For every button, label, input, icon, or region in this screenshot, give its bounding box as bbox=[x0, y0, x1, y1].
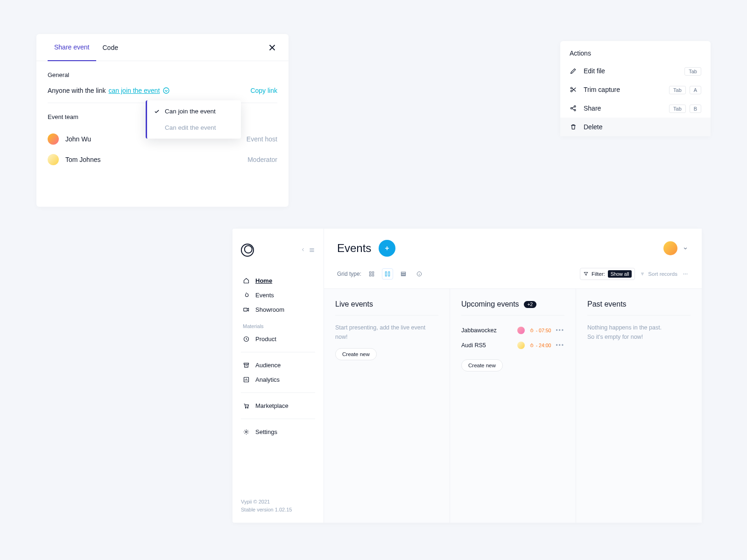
sort-records-button[interactable]: Sort records bbox=[640, 271, 677, 277]
team-member-role: Event host bbox=[247, 135, 277, 143]
svg-point-25 bbox=[687, 273, 688, 274]
column-empty-text: Nothing happens in the past. So it's emp… bbox=[587, 323, 691, 342]
nav-events[interactable]: Events bbox=[241, 288, 315, 302]
page-title: Events bbox=[337, 242, 371, 255]
kbd-tab: Tab bbox=[669, 86, 686, 94]
nav-analytics[interactable]: Analytics bbox=[241, 372, 315, 387]
user-menu[interactable] bbox=[663, 241, 689, 255]
avatar bbox=[48, 154, 59, 165]
svg-rect-6 bbox=[244, 308, 247, 311]
trash-icon bbox=[570, 123, 577, 131]
actions-menu-title: Actions bbox=[560, 41, 711, 62]
main-content: Events Grid type: bbox=[324, 229, 702, 523]
copy-link-button[interactable]: Copy link bbox=[250, 87, 277, 94]
nav-label: Events bbox=[255, 292, 274, 299]
column-title: Live events bbox=[335, 300, 438, 308]
nav-settings[interactable]: Settings bbox=[241, 425, 315, 439]
filter-control[interactable]: Filter: Show all bbox=[580, 268, 635, 280]
create-new-button[interactable]: Create new bbox=[461, 359, 503, 371]
nav-marketplace[interactable]: Marketplace bbox=[241, 399, 315, 413]
more-icon[interactable] bbox=[682, 271, 689, 277]
actions-menu: Actions Edit file Tab Trim capture Tab A… bbox=[560, 41, 711, 136]
nav-label: Marketplace bbox=[255, 402, 289, 409]
nav-label: Home bbox=[255, 277, 272, 284]
create-new-button[interactable]: Create new bbox=[335, 348, 377, 360]
action-delete[interactable]: Delete bbox=[560, 118, 711, 136]
nav-label: Analytics bbox=[255, 376, 280, 383]
access-dropdown-menu: Can join the event Can edit the event bbox=[146, 100, 241, 139]
chevron-down-icon bbox=[682, 245, 689, 252]
svg-point-0 bbox=[163, 88, 169, 93]
svg-rect-17 bbox=[385, 272, 387, 276]
svg-point-24 bbox=[685, 273, 686, 274]
nav-section-materials: Materials bbox=[243, 323, 313, 329]
sidebar: Home Events Showroom Materials Product A… bbox=[233, 229, 324, 523]
view-info-button[interactable] bbox=[414, 268, 425, 280]
events-columns: Live events Start presenting, add the li… bbox=[324, 288, 702, 523]
filter-value: Show all bbox=[608, 270, 632, 278]
view-list-button[interactable] bbox=[398, 268, 409, 280]
home-icon bbox=[243, 277, 250, 284]
dropdown-option-join-label: Can join the event bbox=[165, 108, 216, 115]
column-empty-text: Start presenting, add the live event now… bbox=[335, 323, 438, 342]
svg-rect-18 bbox=[388, 272, 390, 276]
avatar bbox=[663, 241, 677, 255]
add-event-button[interactable] bbox=[379, 240, 395, 257]
action-trim-capture[interactable]: Trim capture Tab A bbox=[560, 80, 711, 99]
more-icon[interactable]: ••• bbox=[556, 342, 564, 349]
share-tabs: Share event Code bbox=[36, 34, 289, 61]
nav-showroom[interactable]: Showroom bbox=[241, 302, 315, 317]
svg-rect-20 bbox=[401, 273, 405, 274]
sort-label: Sort records bbox=[648, 271, 677, 277]
filter-icon bbox=[583, 271, 589, 277]
kbd-tab: Tab bbox=[669, 105, 686, 113]
nav-label: Showroom bbox=[255, 306, 284, 313]
svg-point-10 bbox=[246, 407, 247, 408]
action-share[interactable]: Share Tab B bbox=[560, 99, 711, 118]
share-event-panel: Share event Code General Anyone with the… bbox=[36, 34, 289, 207]
close-icon[interactable] bbox=[267, 42, 277, 53]
event-row[interactable]: Jabbawockez - 07:50 ••• bbox=[461, 323, 564, 338]
dropdown-option-edit[interactable]: Can edit the event bbox=[147, 119, 241, 136]
nav-audience[interactable]: Audience bbox=[241, 358, 315, 372]
dropdown-option-join[interactable]: Can join the event bbox=[147, 103, 241, 119]
view-columns-button[interactable] bbox=[382, 268, 393, 280]
pencil-icon bbox=[570, 67, 577, 75]
column-title: Past events bbox=[587, 300, 691, 308]
tab-share-event[interactable]: Share event bbox=[48, 34, 96, 61]
share-icon bbox=[570, 105, 577, 112]
chevron-left-icon[interactable] bbox=[300, 247, 306, 253]
view-grid-button[interactable] bbox=[366, 268, 377, 280]
kbd-b: B bbox=[690, 105, 701, 113]
sort-icon bbox=[640, 271, 645, 277]
clock-icon bbox=[243, 336, 250, 343]
count-badge: +2 bbox=[524, 301, 536, 308]
more-icon[interactable]: ••• bbox=[556, 327, 564, 334]
check-icon bbox=[154, 108, 160, 115]
chevron-down-icon[interactable] bbox=[162, 87, 170, 94]
svg-rect-16 bbox=[372, 274, 374, 276]
action-edit-file[interactable]: Edit file Tab bbox=[560, 62, 711, 80]
menu-icon[interactable] bbox=[309, 247, 315, 253]
filter-label: Filter: bbox=[592, 271, 605, 277]
nav-label: Settings bbox=[255, 428, 277, 435]
cart-icon bbox=[243, 402, 250, 409]
main-header: Events Grid type: bbox=[324, 229, 702, 288]
svg-point-23 bbox=[684, 273, 684, 274]
svg-rect-21 bbox=[401, 275, 405, 276]
svg-point-12 bbox=[246, 431, 247, 433]
chart-icon bbox=[243, 376, 250, 383]
team-member-name: Tom Johnes bbox=[65, 156, 100, 163]
event-name: Jabbawockez bbox=[461, 327, 497, 334]
nav-home[interactable]: Home bbox=[241, 273, 315, 288]
team-member-name: John Wu bbox=[65, 135, 91, 143]
link-access-dropdown[interactable]: can join the event bbox=[109, 87, 160, 94]
svg-point-11 bbox=[247, 407, 248, 408]
nav-product[interactable]: Product bbox=[241, 332, 315, 346]
logo-icon bbox=[241, 244, 254, 257]
event-time: - 07:50 bbox=[529, 328, 551, 333]
tab-code[interactable]: Code bbox=[96, 35, 125, 61]
event-time: - 24:00 bbox=[529, 343, 551, 348]
gear-icon bbox=[243, 428, 250, 435]
event-row[interactable]: Audi RS5 - 24:00 ••• bbox=[461, 338, 564, 353]
